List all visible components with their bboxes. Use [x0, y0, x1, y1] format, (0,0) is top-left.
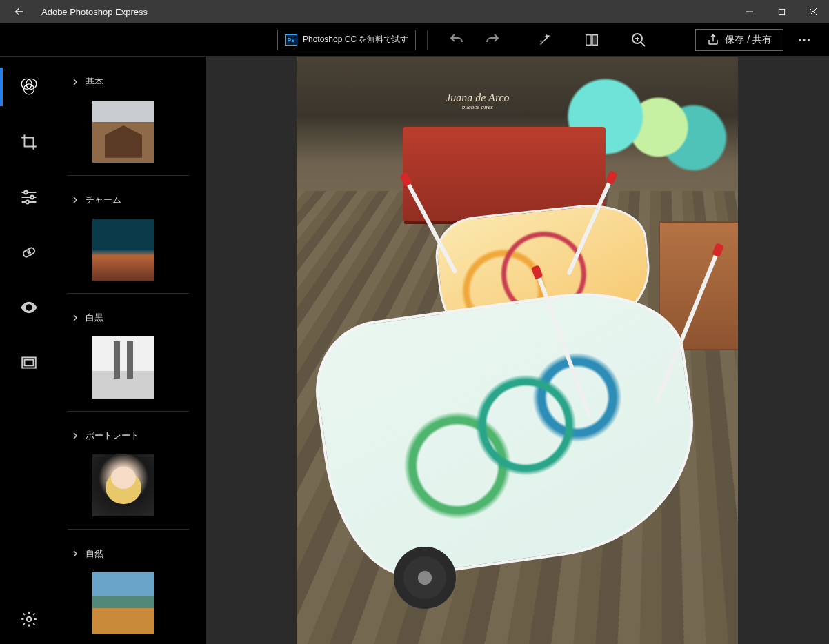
svg-point-12: [26, 201, 29, 204]
svg-point-17: [27, 617, 32, 622]
preset-thumb-basic[interactable]: [92, 101, 154, 163]
ps-badge-icon: Ps: [285, 34, 297, 46]
panel-label: チャーム: [86, 194, 121, 206]
spot-heal-tool[interactable]: [7, 237, 51, 268]
looks-panel: 基本 チャーム 白黒 ポートレート: [51, 57, 206, 644]
divider: [68, 411, 189, 412]
panel-header-charm[interactable]: チャーム: [51, 188, 206, 212]
chevron-right-icon: [72, 432, 79, 439]
chevron-right-icon: [72, 314, 79, 321]
crop-tool[interactable]: [7, 127, 51, 157]
svg-point-14: [28, 306, 31, 310]
divider: [68, 529, 189, 530]
more-options-button[interactable]: [788, 32, 821, 48]
redeye-tool[interactable]: [7, 292, 51, 323]
svg-point-4: [799, 39, 801, 41]
preset-thumb-charm[interactable]: [92, 219, 154, 281]
titlebar: Adobe Photoshop Express: [0, 0, 829, 23]
window-close-button[interactable]: [797, 0, 829, 23]
canvas-image: Juana de Arco buenos aires: [297, 57, 738, 644]
looks-tool[interactable]: [7, 72, 51, 102]
svg-rect-1: [586, 34, 591, 45]
preset-thumb-portrait[interactable]: [92, 454, 154, 516]
svg-point-11: [30, 196, 34, 199]
panel-header-portrait[interactable]: ポートレート: [51, 424, 206, 447]
panel-header-bw[interactable]: 白黒: [51, 306, 206, 330]
svg-rect-0: [779, 9, 784, 14]
svg-rect-16: [25, 360, 34, 366]
svg-point-5: [803, 39, 805, 41]
window-minimize-button[interactable]: [734, 0, 766, 23]
main-area: 基本 チャーム 白黒 ポートレート: [0, 57, 829, 644]
back-button[interactable]: [6, 0, 33, 23]
panel-header-basic[interactable]: 基本: [51, 70, 206, 94]
save-share-button[interactable]: 保存 / 共有: [695, 29, 783, 51]
canvas-area[interactable]: Juana de Arco buenos aires: [206, 57, 829, 644]
divider: [68, 175, 189, 176]
compare-button[interactable]: [574, 23, 610, 57]
preset-thumb-bw[interactable]: [92, 336, 154, 399]
auto-enhance-button[interactable]: [527, 23, 563, 57]
panel-label: 基本: [86, 76, 103, 88]
cc-promo-label: Photoshop CC を無料で試す: [303, 34, 408, 46]
toolbar: Ps Photoshop CC を無料で試す 保存 / 共有: [0, 23, 829, 57]
toolbar-divider: [427, 30, 428, 50]
adjustments-tool[interactable]: [7, 182, 51, 212]
chevron-right-icon: [72, 550, 79, 557]
panel-label: 白黒: [86, 312, 103, 324]
save-share-label: 保存 / 共有: [725, 34, 772, 46]
settings-button[interactable]: [7, 604, 51, 634]
redo-button[interactable]: [475, 23, 510, 57]
chevron-right-icon: [72, 197, 79, 203]
svg-point-6: [808, 39, 810, 41]
panel-label: ポートレート: [86, 430, 139, 442]
app-title: Adobe Photoshop Express: [41, 7, 148, 17]
undo-button[interactable]: [439, 23, 475, 57]
svg-rect-2: [592, 34, 597, 45]
left-tool-rail: [7, 57, 51, 644]
window-maximize-button[interactable]: [766, 0, 797, 23]
share-icon: [707, 34, 719, 46]
zoom-in-button[interactable]: [621, 23, 657, 57]
panel-header-nature[interactable]: 自然: [51, 542, 206, 565]
borders-tool[interactable]: [7, 348, 51, 378]
panel-label: 自然: [86, 547, 103, 560]
photoshop-cc-promo-button[interactable]: Ps Photoshop CC を無料で試す: [277, 30, 416, 50]
divider: [68, 293, 189, 294]
svg-point-10: [24, 191, 28, 194]
preset-thumb-nature[interactable]: [92, 572, 154, 634]
chevron-right-icon: [72, 79, 79, 85]
